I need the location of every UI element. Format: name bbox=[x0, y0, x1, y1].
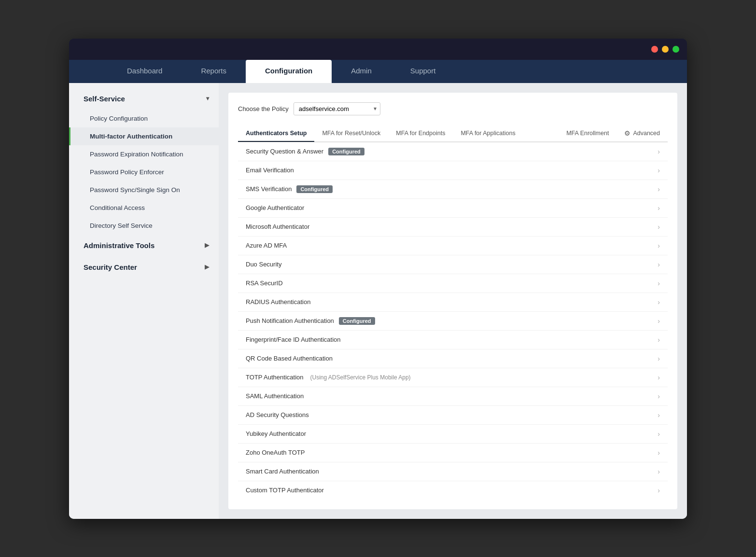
chevron-right-icon: › bbox=[658, 204, 660, 212]
auth-row-duo[interactable]: Duo Security › bbox=[238, 255, 668, 274]
auth-name: Custom TOTP Authenticator bbox=[246, 487, 324, 494]
sidebar-section-label: Self-Service bbox=[84, 95, 125, 103]
titlebar bbox=[69, 39, 687, 60]
sidebar-item-conditional-access[interactable]: Conditional Access bbox=[69, 199, 219, 217]
chevron-right-icon: › bbox=[658, 336, 660, 344]
auth-name: Duo Security bbox=[246, 261, 281, 268]
auth-name: Smart Card Authentication bbox=[246, 468, 319, 475]
auth-name: Microsoft Authenticator bbox=[246, 223, 309, 230]
auth-name: Google Authenticator bbox=[246, 204, 304, 211]
auth-row-smart-card[interactable]: Smart Card Authentication › bbox=[238, 462, 668, 481]
sidebar-item-policy-configuration[interactable]: Policy Configuration bbox=[69, 110, 219, 127]
auth-name: Yubikey Authenticator bbox=[246, 430, 306, 437]
chevron-right-icon: › bbox=[658, 392, 660, 400]
main-content: Choose the Policy adselfservice.com Auth… bbox=[219, 83, 687, 519]
policy-label: Choose the Policy bbox=[238, 105, 289, 112]
auth-row-rsa[interactable]: RSA SecurID › bbox=[238, 274, 668, 293]
auth-row-zoho[interactable]: Zoho OneAuth TOTP › bbox=[238, 444, 668, 462]
sidebar: Self-Service ▾ Policy Configuration Mult… bbox=[69, 83, 219, 519]
tab-configuration[interactable]: Configuration bbox=[246, 60, 332, 83]
auth-name: QR Code Based Authentication bbox=[246, 355, 333, 362]
sidebar-item-directory-self-service[interactable]: Directory Self Service bbox=[69, 217, 219, 235]
chevron-right-icon: › bbox=[658, 355, 660, 362]
chevron-right-icon: › bbox=[658, 242, 660, 250]
sidebar-section-security-center[interactable]: Security Center ▶ bbox=[69, 256, 219, 278]
auth-row-push[interactable]: Push Notification Authentication Configu… bbox=[238, 312, 668, 331]
chevron-down-icon: ▾ bbox=[206, 95, 209, 102]
auth-row-totp[interactable]: TOTP Authentication (Using ADSelfService… bbox=[238, 368, 668, 387]
auth-row-sms[interactable]: SMS Verification Configured › bbox=[238, 180, 668, 199]
chevron-right-icon: › bbox=[658, 374, 660, 381]
chevron-right-icon: › bbox=[658, 185, 660, 193]
content-card: Choose the Policy adselfservice.com Auth… bbox=[228, 93, 677, 509]
gear-icon: ⚙ bbox=[624, 129, 630, 137]
chevron-right-icon: › bbox=[658, 279, 660, 287]
auth-row-security-qa[interactable]: Security Question & Answer Configured › bbox=[238, 142, 668, 161]
auth-row-qr[interactable]: QR Code Based Authentication › bbox=[238, 349, 668, 368]
chevron-right-icon: › bbox=[658, 261, 660, 268]
sub-tab-mfa-applications[interactable]: MFA for Applications bbox=[453, 125, 523, 142]
chevron-right-icon: ▶ bbox=[205, 242, 209, 249]
auth-row-microsoft[interactable]: Microsoft Authenticator › bbox=[238, 218, 668, 237]
policy-select-wrapper: adselfservice.com bbox=[294, 102, 380, 115]
chevron-right-icon: › bbox=[658, 468, 660, 475]
sub-tab-mfa-reset[interactable]: MFA for Reset/Unlock bbox=[314, 125, 388, 142]
sidebar-item-password-sync[interactable]: Password Sync/Single Sign On bbox=[69, 181, 219, 199]
sidebar-section-self-service[interactable]: Self-Service ▾ bbox=[69, 88, 219, 110]
chevron-right-icon: › bbox=[658, 148, 660, 155]
tab-reports[interactable]: Reports bbox=[182, 60, 246, 83]
close-icon[interactable] bbox=[672, 46, 679, 53]
chevron-right-icon: › bbox=[658, 298, 660, 306]
auth-name: AD Security Questions bbox=[246, 411, 309, 418]
sidebar-item-password-policy[interactable]: Password Policy Enforcer bbox=[69, 163, 219, 181]
auth-row-yubikey[interactable]: Yubikey Authenticator › bbox=[238, 425, 668, 444]
chevron-right-icon: › bbox=[658, 167, 660, 174]
policy-select[interactable]: adselfservice.com bbox=[294, 102, 380, 115]
sub-tab-authenticators-setup[interactable]: Authenticators Setup bbox=[238, 125, 314, 142]
auth-row-email[interactable]: Email Verification › bbox=[238, 161, 668, 180]
sidebar-section-admin-label: Administrative Tools bbox=[84, 241, 154, 250]
sidebar-item-mfa[interactable]: Multi-factor Authentication bbox=[69, 127, 219, 145]
sub-tabs: Authenticators Setup MFA for Reset/Unloc… bbox=[238, 125, 668, 142]
chevron-right-icon: › bbox=[658, 223, 660, 231]
minimize-icon[interactable] bbox=[651, 46, 658, 53]
app-body: Self-Service ▾ Policy Configuration Mult… bbox=[69, 83, 687, 519]
tab-admin[interactable]: Admin bbox=[332, 60, 391, 83]
sidebar-item-password-expiration[interactable]: Password Expiration Notification bbox=[69, 145, 219, 163]
auth-row-custom-totp[interactable]: Custom TOTP Authenticator › bbox=[238, 481, 668, 500]
auth-name: Security Question & Answer bbox=[246, 148, 323, 155]
auth-row-saml[interactable]: SAML Authentication › bbox=[238, 387, 668, 406]
auth-name: RSA SecurID bbox=[246, 279, 283, 287]
tab-support[interactable]: Support bbox=[391, 60, 455, 83]
chevron-right-icon: › bbox=[658, 411, 660, 419]
nav-tabs: Dashboard Reports Configuration Admin Su… bbox=[69, 60, 687, 83]
sidebar-section-self-service-items: Policy Configuration Multi-factor Authen… bbox=[69, 110, 219, 235]
auth-name: TOTP Authentication bbox=[246, 374, 303, 381]
auth-name: SMS Verification bbox=[246, 185, 292, 193]
chevron-right-icon: › bbox=[658, 317, 660, 325]
configured-badge: Configured bbox=[339, 317, 375, 325]
sub-tab-advanced[interactable]: ⚙ Advanced bbox=[616, 125, 668, 141]
auth-row-fingerprint[interactable]: Fingerprint/Face ID Authentication › bbox=[238, 331, 668, 349]
tab-dashboard[interactable]: Dashboard bbox=[108, 60, 182, 83]
auth-name: Push Notification Authentication bbox=[246, 317, 334, 324]
auth-name: SAML Authentication bbox=[246, 392, 304, 400]
auth-row-ad-security[interactable]: AD Security Questions › bbox=[238, 406, 668, 425]
auth-name: RADIUS Authentication bbox=[246, 298, 310, 306]
auth-row-azure[interactable]: Azure AD MFA › bbox=[238, 237, 668, 255]
auth-name: Azure AD MFA bbox=[246, 242, 287, 249]
auth-note: (Using ADSelfService Plus Mobile App) bbox=[310, 374, 410, 381]
chevron-right-icon: › bbox=[658, 430, 660, 438]
auth-row-google[interactable]: Google Authenticator › bbox=[238, 199, 668, 218]
sub-tab-mfa-endpoints[interactable]: MFA for Endpoints bbox=[388, 125, 453, 142]
auth-row-radius[interactable]: RADIUS Authentication › bbox=[238, 293, 668, 312]
sidebar-section-admin-tools[interactable]: Administrative Tools ▶ bbox=[69, 235, 219, 256]
chevron-right-icon: › bbox=[658, 449, 660, 457]
configured-badge: Configured bbox=[296, 185, 333, 193]
maximize-icon[interactable] bbox=[662, 46, 669, 53]
sub-tab-mfa-enrollment[interactable]: MFA Enrollment bbox=[559, 125, 616, 142]
configured-badge: Configured bbox=[328, 148, 364, 155]
auth-name: Email Verification bbox=[246, 167, 294, 174]
chevron-right-icon: › bbox=[658, 487, 660, 494]
auth-name: Zoho OneAuth TOTP bbox=[246, 449, 305, 456]
